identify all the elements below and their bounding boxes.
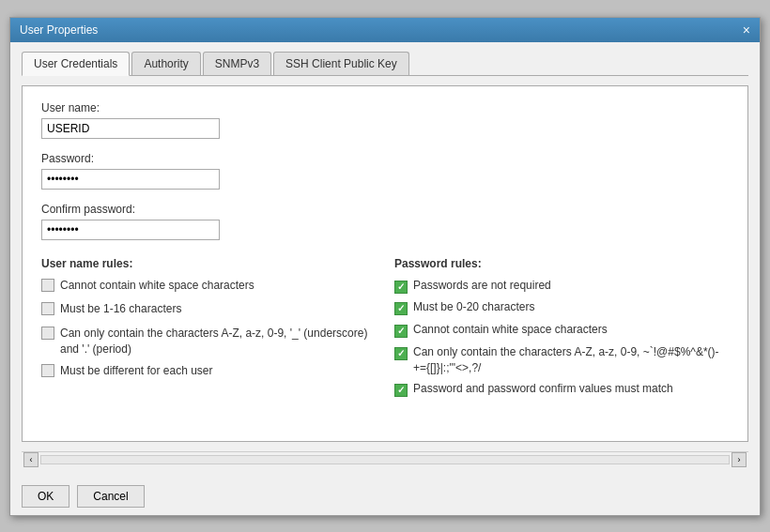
rule-text: Cannot contain white space characters: [60, 278, 254, 294]
rule-check-icon: ✓: [394, 382, 408, 398]
rule-check-icon: ✓: [394, 323, 408, 339]
user-properties-dialog: User Properties × User Credentials Autho…: [9, 17, 761, 516]
rule-check-icon: ✓: [394, 300, 408, 316]
password-input[interactable]: [41, 169, 220, 190]
rule-text: Can only contain the characters A-Z, a-z…: [60, 326, 376, 357]
scroll-track[interactable]: [40, 455, 730, 464]
username-rules-title: User name rules:: [41, 257, 376, 270]
rule-item: ✓ Cannot contain white space characters: [394, 322, 729, 339]
rule-item: Cannot contain white space characters: [41, 278, 376, 296]
rule-item: Must be 1-16 characters: [41, 301, 376, 320]
rule-item: ✓ Password and password confirm values m…: [394, 381, 729, 398]
password-group: Password:: [41, 152, 729, 190]
rule-text: Must be 0-20 characters: [413, 299, 534, 315]
tab-bar: User Credentials Authority SNMPv3 SSH Cl…: [22, 52, 748, 76]
content-area: User name: Password: Confirm password: U…: [22, 85, 748, 442]
rule-checkbox-icon: [41, 327, 54, 344]
rule-item: ✓ Passwords are not required: [394, 278, 729, 295]
tab-ssh-client-public-key[interactable]: SSH Client Public Key: [273, 52, 409, 75]
rule-checkbox-icon: [41, 364, 54, 382]
password-rules-column: Password rules: ✓ Passwords are not requ…: [394, 257, 729, 404]
ok-button[interactable]: OK: [22, 485, 69, 508]
rule-item: ✓ Must be 0-20 characters: [394, 299, 729, 316]
dialog-body: User Credentials Authority SNMPv3 SSH Cl…: [10, 42, 760, 478]
rule-item: ✓ Can only contain the characters A-Z, a…: [394, 344, 729, 376]
cancel-button[interactable]: Cancel: [77, 485, 144, 508]
scroll-right-button[interactable]: ›: [732, 452, 747, 467]
tab-user-credentials[interactable]: User Credentials: [22, 52, 130, 76]
password-label: Password:: [41, 152, 729, 165]
close-button[interactable]: ×: [743, 23, 750, 37]
rule-check-icon: ✓: [394, 345, 408, 361]
rule-checkbox-icon: [41, 279, 54, 296]
username-input[interactable]: [41, 118, 220, 139]
username-rules-column: User name rules: Cannot contain white sp…: [41, 257, 376, 404]
rule-checkbox-icon: [41, 302, 54, 320]
rule-text: Can only contain the characters A-Z, a-z…: [413, 344, 729, 376]
scroll-left-button[interactable]: ‹: [23, 452, 38, 467]
rule-item: Can only contain the characters A-Z, a-z…: [41, 326, 376, 357]
tab-authority[interactable]: Authority: [131, 52, 200, 75]
password-rules-title: Password rules:: [394, 257, 729, 270]
rule-text: Passwords are not required: [413, 278, 551, 294]
rule-text: Must be different for each user: [60, 363, 213, 379]
username-group: User name:: [41, 101, 729, 139]
title-bar: User Properties ×: [10, 18, 760, 42]
dialog-title: User Properties: [20, 23, 98, 37]
rule-item: Must be different for each user: [41, 363, 376, 382]
rule-text: Cannot contain white space characters: [413, 322, 608, 338]
confirm-password-input[interactable]: [41, 220, 220, 240]
confirm-password-group: Confirm password:: [41, 203, 729, 240]
tab-snmpv3[interactable]: SNMPv3: [203, 52, 271, 75]
dialog-footer: OK Cancel: [10, 478, 760, 515]
rule-text: Must be 1-16 characters: [60, 301, 181, 317]
rule-text: Password and password confirm values mus…: [413, 381, 673, 397]
rules-section: User name rules: Cannot contain white sp…: [41, 257, 729, 404]
confirm-password-label: Confirm password:: [41, 203, 729, 216]
scrollbar: ‹ ›: [22, 451, 748, 468]
rule-check-icon: ✓: [394, 279, 408, 295]
username-label: User name:: [41, 101, 729, 114]
